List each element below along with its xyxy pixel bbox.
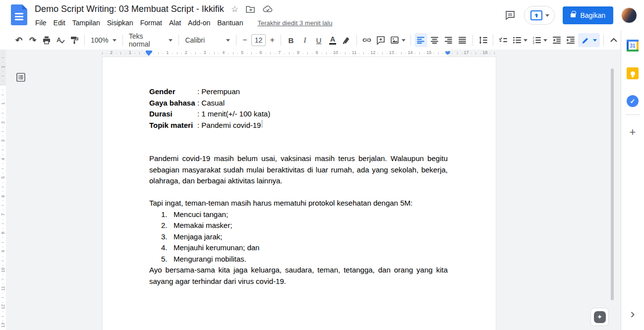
font-size-decrease-button[interactable]: − [239,36,250,45]
line-spacing-icon[interactable] [476,33,489,47]
insert-link-icon[interactable] [360,33,373,47]
insert-image-button[interactable] [388,33,407,47]
list-item[interactable]: 2. Memakai masker; [161,220,448,231]
redo-button[interactable]: ↷ [26,33,39,47]
undo-button[interactable]: ↶ [12,33,25,47]
open-comments-icon[interactable] [504,9,516,21]
google-tasks-icon[interactable]: ✓ [627,95,639,107]
highlight-color-icon[interactable] [340,33,353,47]
present-icon [530,10,542,20]
numbered-list-button[interactable]: 123 [530,33,549,47]
show-outline-button[interactable] [15,71,27,83]
menu-format[interactable]: Format [137,18,166,28]
menu-addon[interactable]: Add-on [184,18,214,28]
vertical-scrollbar-thumb[interactable] [611,68,614,300]
account-avatar[interactable] [621,7,637,23]
ruler-number: 14 [408,50,413,55]
ruler-tick [475,52,476,55]
left-indent-marker[interactable] [146,53,152,56]
hide-menus-button[interactable] [607,33,620,47]
menu-bar: File Edit Tampilan Sisipkan Format Alat … [32,18,332,28]
ruler-tick [200,53,201,54]
explore-button[interactable]: ✦ [590,308,609,326]
move-folder-icon[interactable] [245,5,255,14]
ruler-tick [2,145,3,146]
zoom-select[interactable]: 100% [88,33,119,47]
editing-mode-button[interactable] [578,33,600,47]
ruler-number: 12 [370,50,375,55]
paragraph-style-select[interactable]: Teks normal [126,33,176,47]
menu-file[interactable]: File [32,18,50,28]
menu-sisipkan[interactable]: Sisipkan [104,18,137,28]
meta-row-topik-materi[interactable]: Topik materi : Pandemi covid-19 [149,120,448,131]
numbered-list-caret[interactable] [543,39,547,42]
paragraph-closing[interactable]: Ayo bersama-sama kita jaga keluarga, sau… [149,265,448,287]
ruler-tick [434,53,434,54]
hide-side-panel-icon[interactable] [631,311,635,318]
menu-bantuan[interactable]: Bantuan [214,18,246,28]
document-title[interactable]: Demo Script Writing: 03 Membuat Script -… [35,4,224,14]
list-item[interactable]: 4. Menjauhi kerumunan; dan [161,242,448,254]
print-icon[interactable] [40,33,53,47]
image-dropdown-caret[interactable] [402,39,406,42]
meta-row-gaya-bahasa[interactable]: Gaya bahasa : Casual [149,98,448,109]
ruler-tick [457,52,458,55]
ruler-tick [443,53,443,54]
ruler-tick [256,53,257,54]
editing-mode-caret[interactable] [593,39,597,42]
ruler-tick [382,52,383,55]
paint-format-icon[interactable] [68,33,81,47]
google-keep-icon[interactable] [627,67,639,79]
paragraph-intro[interactable]: Pandemi covid-19 masih belum usai, vaksi… [149,153,448,187]
ruler-tick [125,53,126,54]
ruler-number: 10 [333,50,338,55]
underline-button[interactable]: U [312,33,325,47]
get-addons-plus-icon[interactable]: + [630,126,636,139]
font-size-input[interactable]: 12 [251,34,266,46]
present-dropdown-caret[interactable] [545,14,549,17]
ruler-number: 13 [0,323,5,328]
paragraph-5m-lead[interactable]: Tapi ingat, teman-teman masih harus mema… [149,198,448,209]
checklist-button[interactable] [497,33,510,47]
ruler-tick [144,53,145,54]
ruler-tick [284,53,285,54]
italic-button[interactable]: I [298,33,311,47]
align-center-button[interactable] [428,33,441,47]
align-justify-button[interactable] [456,33,469,47]
ruler-tick [135,53,135,54]
ruler-tick [2,275,3,275]
spellcheck-icon[interactable]: A [54,33,67,47]
menu-edit[interactable]: Edit [50,18,69,28]
ruler-tick [1,297,4,298]
star-icon[interactable]: ☆ [231,5,238,13]
share-button[interactable]: Bagikan [563,6,613,24]
meta-row-durasi[interactable]: Durasi : 1 menit(+/- 100 kata) [149,109,448,120]
right-indent-marker[interactable] [445,52,451,55]
font-select[interactable]: Calibri [182,33,233,47]
ruler-number: 1 [0,64,5,69]
ruler-number: 2 [185,50,187,55]
decrease-indent-icon[interactable] [550,33,563,47]
bulleted-list-button[interactable] [511,33,529,47]
google-calendar-icon[interactable]: 31 [627,40,639,52]
align-left-button[interactable] [414,33,427,47]
present-button[interactable] [524,6,555,25]
font-size-increase-button[interactable]: + [267,36,278,45]
docs-logo-icon[interactable] [11,4,27,25]
list-item[interactable]: 5. Mengurangi mobilitas. [161,254,448,265]
increase-indent-icon[interactable] [564,33,577,47]
bold-button[interactable]: B [285,33,297,47]
menu-alat[interactable]: Alat [166,18,184,28]
menu-tampilan[interactable]: Tampilan [69,18,104,28]
meta-row-gender[interactable]: Gender : Perempuan [149,86,448,98]
horizontal-ruler: 21123456789101112131415161718 [4,50,621,57]
last-edited-link[interactable]: Terakhir diedit 3 menit lalu [257,19,332,27]
align-right-button[interactable] [442,33,455,47]
list-item[interactable]: 1. Mencuci tangan; [161,209,448,220]
text-color-button[interactable]: A [326,33,339,47]
cloud-saved-icon[interactable] [262,5,273,13]
bulleted-list-caret[interactable] [524,39,527,42]
list-item[interactable]: 3. Menjaga jarak; [161,231,448,243]
add-comment-icon[interactable] [374,33,387,47]
document-page[interactable]: Gender : Perempuan Gaya bahasa : Casual … [103,57,496,330]
